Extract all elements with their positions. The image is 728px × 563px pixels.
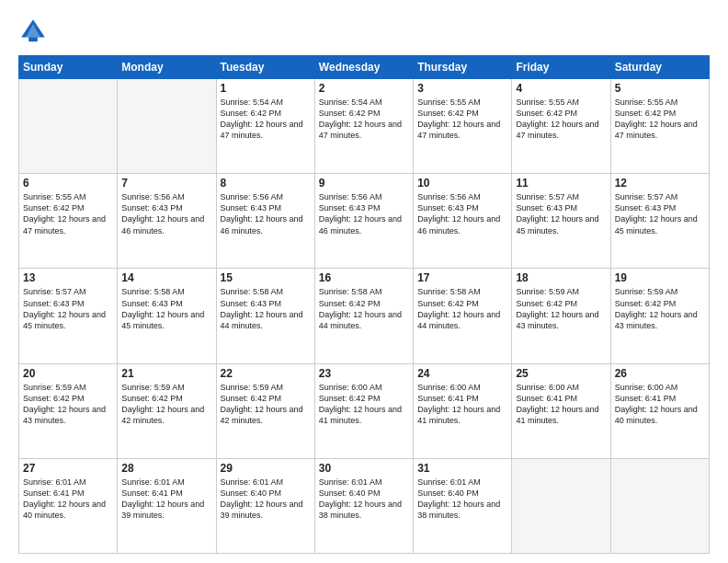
day-number: 19 [615,271,705,284]
calendar-cell: 6Sunrise: 5:55 AMSunset: 6:42 PMDaylight… [19,174,118,269]
cell-details: Sunrise: 5:57 AMSunset: 6:43 PMDaylight:… [516,191,606,236]
calendar-header-tuesday: Tuesday [216,56,314,79]
day-number: 14 [121,271,211,284]
calendar-cell: 20Sunrise: 5:59 AMSunset: 6:42 PMDayligh… [19,363,118,458]
calendar-cell: 7Sunrise: 5:56 AMSunset: 6:43 PMDaylight… [118,174,216,269]
calendar-cell: 31Sunrise: 6:01 AMSunset: 6:40 PMDayligh… [414,458,512,553]
cell-details: Sunrise: 6:00 AMSunset: 6:41 PMDaylight:… [516,382,606,427]
day-number: 27 [23,462,113,475]
calendar-row-3: 20Sunrise: 5:59 AMSunset: 6:42 PMDayligh… [19,363,710,458]
calendar-header-wednesday: Wednesday [314,56,413,79]
cell-details: Sunrise: 5:59 AMSunset: 6:42 PMDaylight:… [23,382,113,427]
day-number: 9 [319,177,409,190]
calendar-cell: 5Sunrise: 5:55 AMSunset: 6:42 PMDaylight… [610,79,709,174]
calendar-row-2: 13Sunrise: 5:57 AMSunset: 6:43 PMDayligh… [19,269,710,363]
cell-details: Sunrise: 6:00 AMSunset: 6:41 PMDaylight:… [417,382,507,427]
cell-details: Sunrise: 5:58 AMSunset: 6:42 PMDaylight:… [417,286,507,331]
calendar-cell: 29Sunrise: 6:01 AMSunset: 6:40 PMDayligh… [216,458,314,553]
day-number: 22 [221,367,311,380]
cell-details: Sunrise: 6:01 AMSunset: 6:41 PMDaylight:… [121,477,211,522]
day-number: 13 [23,271,113,284]
cell-details: Sunrise: 5:55 AMSunset: 6:42 PMDaylight:… [417,97,507,142]
day-number: 16 [319,271,409,284]
calendar-cell: 18Sunrise: 5:59 AMSunset: 6:42 PMDayligh… [512,269,610,363]
cell-details: Sunrise: 5:54 AMSunset: 6:42 PMDaylight:… [221,97,311,142]
day-number: 2 [319,82,409,95]
day-number: 21 [121,367,211,380]
calendar-header-monday: Monday [118,56,216,79]
calendar-cell: 28Sunrise: 6:01 AMSunset: 6:41 PMDayligh… [118,458,216,553]
day-number: 30 [319,462,409,475]
cell-details: Sunrise: 5:58 AMSunset: 6:43 PMDaylight:… [221,286,311,331]
header [18,17,710,46]
day-number: 25 [516,367,606,380]
cell-details: Sunrise: 5:55 AMSunset: 6:42 PMDaylight:… [23,191,113,236]
cell-details: Sunrise: 6:01 AMSunset: 6:40 PMDaylight:… [417,477,507,522]
cell-details: Sunrise: 6:00 AMSunset: 6:42 PMDaylight:… [319,382,409,427]
day-number: 15 [221,271,311,284]
day-number: 29 [221,462,311,475]
calendar-cell: 17Sunrise: 5:58 AMSunset: 6:42 PMDayligh… [414,269,512,363]
calendar-cell: 1Sunrise: 5:54 AMSunset: 6:42 PMDaylight… [216,79,314,174]
day-number: 4 [516,82,606,95]
calendar-header-row: SundayMondayTuesdayWednesdayThursdayFrid… [19,56,710,79]
day-number: 24 [417,367,507,380]
cell-details: Sunrise: 5:56 AMSunset: 6:43 PMDaylight:… [417,191,507,236]
cell-details: Sunrise: 6:01 AMSunset: 6:41 PMDaylight:… [23,477,113,522]
calendar-cell [118,79,216,174]
calendar-cell: 26Sunrise: 6:00 AMSunset: 6:41 PMDayligh… [610,363,709,458]
cell-details: Sunrise: 5:58 AMSunset: 6:43 PMDaylight:… [121,286,211,331]
calendar-cell: 12Sunrise: 5:57 AMSunset: 6:43 PMDayligh… [610,174,709,269]
day-number: 20 [23,367,113,380]
day-number: 12 [615,177,705,190]
calendar-cell: 16Sunrise: 5:58 AMSunset: 6:42 PMDayligh… [314,269,413,363]
calendar-cell: 25Sunrise: 6:00 AMSunset: 6:41 PMDayligh… [512,363,610,458]
cell-details: Sunrise: 5:56 AMSunset: 6:43 PMDaylight:… [221,191,311,236]
calendar-cell: 10Sunrise: 5:56 AMSunset: 6:43 PMDayligh… [414,174,512,269]
calendar-cell: 23Sunrise: 6:00 AMSunset: 6:42 PMDayligh… [314,363,413,458]
cell-details: Sunrise: 6:01 AMSunset: 6:40 PMDaylight:… [319,477,409,522]
calendar-table: SundayMondayTuesdayWednesdayThursdayFrid… [18,55,710,554]
calendar-header-sunday: Sunday [19,56,118,79]
calendar-cell: 24Sunrise: 6:00 AMSunset: 6:41 PMDayligh… [414,363,512,458]
calendar-cell: 11Sunrise: 5:57 AMSunset: 6:43 PMDayligh… [512,174,610,269]
day-number: 5 [615,82,705,95]
calendar-cell: 13Sunrise: 5:57 AMSunset: 6:43 PMDayligh… [19,269,118,363]
calendar-cell: 9Sunrise: 5:56 AMSunset: 6:43 PMDaylight… [314,174,413,269]
day-number: 10 [417,177,507,190]
cell-details: Sunrise: 5:59 AMSunset: 6:42 PMDaylight:… [516,286,606,331]
calendar-header-thursday: Thursday [414,56,512,79]
day-number: 31 [417,462,507,475]
cell-details: Sunrise: 5:59 AMSunset: 6:42 PMDaylight:… [615,286,705,331]
calendar-cell: 3Sunrise: 5:55 AMSunset: 6:42 PMDaylight… [414,79,512,174]
cell-details: Sunrise: 5:58 AMSunset: 6:42 PMDaylight:… [319,286,409,331]
cell-details: Sunrise: 6:00 AMSunset: 6:41 PMDaylight:… [615,382,705,427]
logo [18,17,51,46]
cell-details: Sunrise: 5:59 AMSunset: 6:42 PMDaylight:… [121,382,211,427]
calendar-cell: 19Sunrise: 5:59 AMSunset: 6:42 PMDayligh… [610,269,709,363]
logo-icon [18,17,48,46]
calendar-cell: 21Sunrise: 5:59 AMSunset: 6:42 PMDayligh… [118,363,216,458]
calendar-cell: 30Sunrise: 6:01 AMSunset: 6:40 PMDayligh… [314,458,413,553]
calendar-cell: 4Sunrise: 5:55 AMSunset: 6:42 PMDaylight… [512,79,610,174]
calendar-cell [512,458,610,553]
day-number: 18 [516,271,606,284]
day-number: 8 [221,177,311,190]
calendar-cell: 15Sunrise: 5:58 AMSunset: 6:43 PMDayligh… [216,269,314,363]
day-number: 7 [121,177,211,190]
day-number: 28 [121,462,211,475]
cell-details: Sunrise: 5:57 AMSunset: 6:43 PMDaylight:… [23,286,113,331]
day-number: 26 [615,367,705,380]
calendar-cell: 27Sunrise: 6:01 AMSunset: 6:41 PMDayligh… [19,458,118,553]
calendar-cell: 8Sunrise: 5:56 AMSunset: 6:43 PMDaylight… [216,174,314,269]
calendar-cell: 22Sunrise: 5:59 AMSunset: 6:42 PMDayligh… [216,363,314,458]
calendar-cell [610,458,709,553]
cell-details: Sunrise: 5:59 AMSunset: 6:42 PMDaylight:… [221,382,311,427]
calendar-cell: 2Sunrise: 5:54 AMSunset: 6:42 PMDaylight… [314,79,413,174]
cell-details: Sunrise: 5:57 AMSunset: 6:43 PMDaylight:… [615,191,705,236]
day-number: 17 [417,271,507,284]
calendar-row-0: 1Sunrise: 5:54 AMSunset: 6:42 PMDaylight… [19,79,710,174]
calendar-header-friday: Friday [512,56,610,79]
cell-details: Sunrise: 5:56 AMSunset: 6:43 PMDaylight:… [319,191,409,236]
day-number: 23 [319,367,409,380]
